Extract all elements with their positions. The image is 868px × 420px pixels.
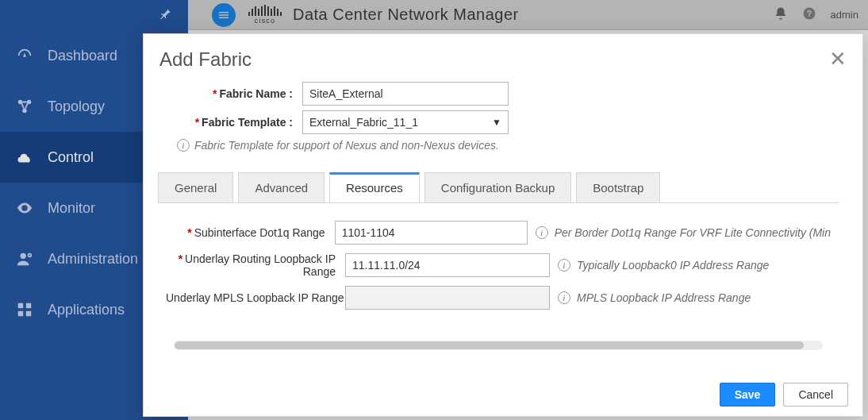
tab-strip: General Advanced Resources Configuration… [158,172,839,202]
tab-configuration-backup[interactable]: Configuration Backup [424,172,571,202]
tab-resources[interactable]: Resources [329,172,420,202]
info-icon: i [558,291,570,304]
vertical-scrollbar[interactable] [839,172,847,368]
cancel-button[interactable]: Cancel [783,383,848,407]
add-fabric-modal: Add Fabric ✕ *Fabric Name : *Fabric Temp… [143,33,863,417]
svg-point-7 [22,109,27,114]
svg-rect-1 [219,14,229,15]
user-gear-icon [16,250,33,268]
svg-rect-0 [219,12,229,13]
svg-rect-13 [26,311,31,316]
fabric-template-row: *Fabric Template : External_Fabric_11_1 … [167,110,839,134]
scrollbar-thumb[interactable] [840,174,846,269]
subif-dot1q-input[interactable] [335,221,528,245]
fabric-name-row: *Fabric Name : [167,82,839,106]
tab-panel-resources: *Subinterface Dot1q Range i Per Border D… [158,202,839,337]
app-title: Data Center Network Manager [293,6,519,24]
save-button[interactable]: Save [720,383,776,407]
underlay-mpls-lo-label: Underlay MPLS Loopback IP Range [166,291,345,304]
underlay-routing-lo-label: *Underlay Routing Loopback IPRange [166,252,345,278]
subif-dot1q-label: *Subinterface Dot1q Range [166,226,335,239]
modal-footer: Save Cancel [144,368,862,416]
info-icon: i [177,139,190,152]
sidebar-item-label: Administration [48,251,138,268]
resource-row-subif: *Subinterface Dot1q Range i Per Border D… [166,221,831,245]
close-icon[interactable]: ✕ [829,48,847,69]
svg-point-9 [29,254,32,257]
help-icon[interactable]: ? [802,6,816,23]
topbar-right: ? admin [774,6,858,23]
fabric-name-label: *Fabric Name : [167,87,302,100]
vendor-logo: cisco [248,5,282,25]
app-topbar: cisco Data Center Network Manager ? admi… [188,0,868,30]
bell-icon[interactable] [774,6,788,23]
scrollbar-thumb[interactable] [175,341,804,349]
underlay-mpls-lo-input[interactable] [345,286,550,310]
chevron-down-icon: ▼ [492,117,501,128]
svg-text:?: ? [806,9,811,18]
underlay-routing-lo-input[interactable] [345,253,550,277]
underlay-mpls-lo-desc: i MPLS Loopback IP Address Range [558,291,751,304]
fabric-template-value: External_Fabric_11_1 [309,116,418,129]
eye-icon [16,199,33,217]
svg-rect-10 [18,303,23,308]
fabric-template-select[interactable]: External_Fabric_11_1 ▼ [302,110,509,134]
cloud-gear-icon [16,148,33,166]
underlay-routing-lo-desc: i Typically Loopback0 IP Address Range [558,259,769,272]
tab-general[interactable]: General [158,172,233,202]
user-label[interactable]: admin [831,9,858,21]
tab-advanced[interactable]: Advanced [238,172,325,202]
subif-dot1q-desc: i Per Border Dot1q Range For VRF Lite Co… [536,226,831,239]
sidebar-item-label: Dashboard [48,48,117,64]
fabric-name-input[interactable] [302,82,509,106]
svg-point-8 [21,253,26,259]
resource-row-underlay-routing: *Underlay Routing Loopback IPRange i Typ… [166,252,831,278]
template-helper: i Fabric Template for support of Nexus a… [177,139,839,152]
info-icon: i [558,259,570,272]
apps-icon [16,301,33,318]
modal-header: Add Fabric ✕ [144,34,862,75]
vendor-text: cisco [248,17,282,25]
horizontal-scrollbar[interactable] [174,341,823,350]
fabric-template-label: *Fabric Template : [167,116,302,129]
tab-area: General Advanced Resources Configuration… [158,172,848,368]
sidebar-item-label: Topology [48,98,105,115]
sidebar-item-label: Monitor [48,200,95,217]
sidebar-item-label: Control [48,149,94,166]
hamburger-menu-button[interactable] [212,3,236,27]
tab-bootstrap[interactable]: Bootstrap [576,172,660,202]
resource-row-underlay-mpls: Underlay MPLS Loopback IP Range i MPLS L… [166,286,831,310]
svg-rect-2 [219,17,229,17]
template-helper-text: Fabric Template for support of Nexus and… [194,139,499,152]
modal-form-top: *Fabric Name : *Fabric Template : Extern… [144,75,862,153]
sidebar-pin-row [0,0,188,30]
pin-icon[interactable] [158,6,172,24]
svg-rect-12 [18,311,23,316]
gauge-icon [16,47,33,64]
modal-title: Add Fabric [159,48,252,71]
sidebar-item-label: Applications [48,302,125,318]
svg-rect-11 [26,303,31,308]
topology-icon [16,98,33,115]
info-icon: i [536,226,548,239]
